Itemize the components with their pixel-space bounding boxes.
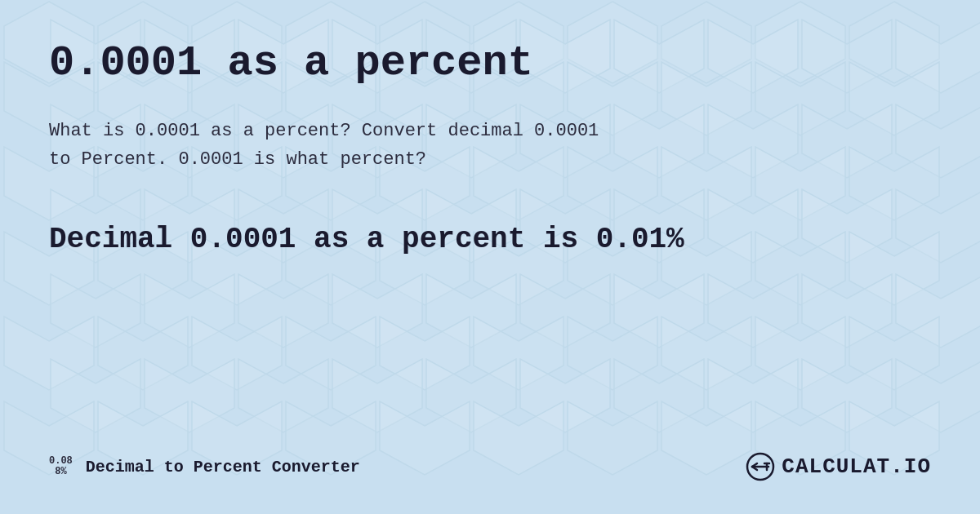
- result-section: Decimal 0.0001 as a percent is 0.01%: [49, 223, 931, 256]
- footer-label: Decimal to Percent Converter: [86, 458, 360, 476]
- page-description: What is 0.0001 as a percent? Convert dec…: [49, 117, 604, 174]
- footer-fraction: 0.08 8%: [49, 456, 73, 477]
- fraction-denominator: 8%: [55, 467, 66, 477]
- logo-text: CALCULAT.IO: [782, 454, 931, 479]
- result-text: Decimal 0.0001 as a percent is 0.01%: [49, 223, 931, 256]
- calculator-icon: [746, 452, 775, 481]
- footer-logo: CALCULAT.IO: [746, 452, 931, 481]
- footer: 0.08 8% Decimal to Percent Converter CAL…: [49, 452, 931, 481]
- page-title: 0.0001 as a percent: [49, 39, 931, 87]
